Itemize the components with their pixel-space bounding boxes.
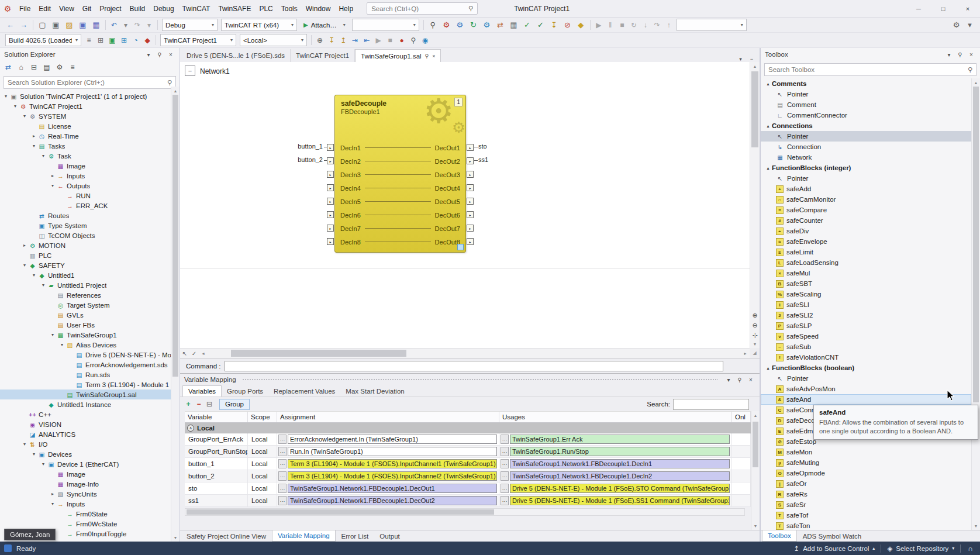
menu-item[interactable]: Project: [95, 0, 125, 17]
toolbox-item[interactable]: ▴ Connections: [761, 120, 971, 131]
variable-cell[interactable]: sto: [185, 482, 248, 494]
home-icon[interactable]: ⌂: [15, 61, 27, 74]
close-icon[interactable]: ×: [166, 50, 175, 59]
column-header-scope[interactable]: Scope: [248, 412, 277, 422]
tree-item[interactable]: ▣ Type System: [0, 220, 171, 230]
network-collapse-button[interactable]: −: [185, 66, 195, 76]
tree-item[interactable]: → Frm0State: [0, 509, 171, 519]
toolbox-search-input[interactable]: Search Toolbox ⚲: [764, 63, 976, 76]
toolbox-item[interactable]: L safeLoadSensing: [761, 257, 971, 268]
browse-button[interactable]: …: [501, 447, 509, 456]
scroll-up-icon[interactable]: ▲: [972, 78, 980, 87]
menu-item[interactable]: TwinCAT: [178, 0, 215, 17]
table-row[interactable]: ss1 Local … TwinSafeGroup1.Network1.FBDe…: [185, 495, 751, 507]
delete-safety-project-icon[interactable]: ⊘: [561, 19, 574, 32]
usages-field[interactable]: Drive 5 (DEN-S-NET-E) - Module 1 (FSoE).…: [510, 496, 730, 505]
safety-login-icon[interactable]: ⇥: [349, 34, 361, 47]
panel-menu-icon[interactable]: ▾: [944, 50, 954, 59]
tree-item[interactable]: ▾ ▨ Alias Devices: [0, 340, 171, 350]
expander-icon[interactable]: ▸: [49, 491, 56, 497]
expander-icon[interactable]: ▸: [30, 133, 37, 139]
step-over-icon[interactable]: ↷: [651, 19, 663, 32]
solution-config-icon[interactable]: ≡: [83, 34, 95, 47]
toolbox-item[interactable]: ▤ Comment: [761, 99, 971, 110]
tree-item[interactable]: ▸ ◷ Real-Time: [0, 131, 171, 141]
fb-safedecouple-block[interactable]: ⚙ ⚙ 1 safeDecouple FBDecouple1 ▸ DecIn1 …: [334, 95, 466, 253]
panel-menu-icon[interactable]: ▾: [724, 375, 733, 384]
safety-run-icon[interactable]: ▶: [372, 34, 384, 47]
usages-field[interactable]: TwinSafeGroup1.Network1.FBDecouple1.DecI…: [510, 471, 730, 481]
verify-safety-project-icon[interactable]: ✓: [520, 19, 534, 32]
tab-safety-project-online-view[interactable]: Safety Project Online View: [181, 530, 271, 542]
tree-item[interactable]: ▸ ▧ SyncUnits: [0, 489, 171, 499]
column-header-variable[interactable]: Variable: [185, 412, 248, 422]
notifications-bell-icon[interactable]: ∩: [961, 544, 980, 553]
toolbox-item[interactable]: I safeSLI: [761, 299, 971, 310]
solution-search-input[interactable]: Search Solution Explorer (Ctrl+;) ⚲: [4, 76, 176, 89]
safety-watch-icon[interactable]: ⚲: [408, 34, 419, 47]
global-search-input[interactable]: Search (Ctrl+Q) ⚲: [367, 2, 478, 15]
twincat-xae-icon[interactable]: ▣: [106, 34, 118, 47]
resize-corner-icon[interactable]: ◢: [750, 348, 760, 358]
window-layout-icon[interactable]: −: [747, 56, 756, 62]
scroll-up-icon[interactable]: ▲: [171, 87, 180, 95]
panel-menu-icon[interactable]: ▾: [144, 50, 153, 59]
tree-item[interactable]: → Frm0WcState: [0, 519, 171, 529]
add-variable-icon[interactable]: +: [183, 399, 194, 409]
pin-icon[interactable]: ⚲: [425, 53, 429, 59]
pin-icon[interactable]: ⚲: [735, 375, 744, 384]
input-connector-icon[interactable]: ▸: [327, 211, 334, 218]
delete-icon[interactable]: ⊟: [204, 399, 215, 409]
fb-input-pin[interactable]: DecIn3: [340, 171, 361, 178]
safety-crc-icon[interactable]: ⊕: [314, 34, 326, 47]
scrollbar-thumb[interactable]: [187, 509, 494, 515]
command-input[interactable]: [225, 361, 723, 371]
column-header-assignment[interactable]: Assignment: [277, 412, 499, 422]
solution-explorer-scrollbar[interactable]: ▲ ▼: [171, 87, 180, 542]
tree-item[interactable]: ▦ Image: [0, 469, 171, 479]
tree-item[interactable]: ◆ Untitled1 Instance: [0, 399, 171, 409]
toolbox-item[interactable]: v safeSpeed: [761, 331, 971, 342]
column-header-usages[interactable]: Usages: [499, 412, 732, 422]
canvas-horizontal-scrollbar[interactable]: ↖ ✓ ◄ ►: [180, 348, 750, 358]
variable-cell[interactable]: GroupPort_ErrAck: [185, 433, 248, 445]
scope-icon[interactable]: ◔: [130, 34, 142, 47]
scrollbar-thumb[interactable]: [751, 71, 758, 147]
output-connector-icon[interactable]: ▸: [467, 144, 474, 151]
tree-item[interactable]: ⇄ Routes: [0, 211, 171, 220]
panel-grip[interactable]: [242, 378, 718, 381]
section-expander-icon[interactable]: ▴: [764, 123, 772, 129]
toolbox-item[interactable]: % safeScaling: [761, 289, 971, 299]
variable-cell[interactable]: button_1: [185, 458, 248, 470]
scroll-down-icon[interactable]: ▼: [750, 340, 760, 348]
platform-combo[interactable]: TwinCAT RT (x64) ▾: [221, 19, 297, 31]
toolbox-item[interactable]: ∩ safeCamMonitor: [761, 194, 971, 205]
variable-cell[interactable]: GroupPort_RunStop: [185, 446, 248, 457]
table-vertical-scrollbar[interactable]: ▲ ▼: [751, 411, 760, 530]
deploy-icon[interactable]: ⊞: [95, 34, 106, 47]
output-connector-icon[interactable]: ▸: [467, 184, 474, 191]
toolbox-item[interactable]: = safeCompare: [761, 205, 971, 215]
toolbox-item[interactable]: − safeSub: [761, 342, 971, 352]
tab-twincat-project1[interactable]: TwinCAT Project1: [291, 49, 355, 62]
empty-combo[interactable]: ▾: [352, 19, 419, 31]
expander-icon[interactable]: ▾: [30, 451, 37, 457]
zoom-out-icon[interactable]: ⊖: [751, 321, 760, 330]
toolbar-overflow-icon[interactable]: ▾: [963, 19, 976, 32]
empty-combo[interactable]: ▾: [677, 19, 747, 31]
tree-item[interactable]: ▤ GVLs: [0, 310, 171, 320]
expander-icon[interactable]: ▸: [21, 243, 28, 248]
variable-cell[interactable]: ss1: [185, 495, 248, 506]
signal-label-ss1[interactable]: ss1: [478, 156, 488, 163]
tab-variable-mapping[interactable]: Variable Mapping: [272, 530, 336, 542]
resize-handle[interactable]: [457, 244, 464, 250]
toolbox-item[interactable]: ÷ safeDiv: [761, 226, 971, 236]
tab-error-list[interactable]: Error List: [336, 530, 374, 542]
menu-item[interactable]: File: [15, 0, 34, 17]
safety-stop-icon[interactable]: ■: [384, 34, 396, 47]
tree-item[interactable]: ◫ TcCOM Objects: [0, 230, 171, 240]
background-tasks-icon[interactable]: [4, 544, 12, 552]
fb-output-pin[interactable]: DecOut5: [435, 198, 460, 205]
assignment-field[interactable]: TwinSafeGroup1.Network1.FBDecouple1.DecO…: [288, 484, 497, 493]
menu-item[interactable]: Edit: [34, 0, 55, 17]
